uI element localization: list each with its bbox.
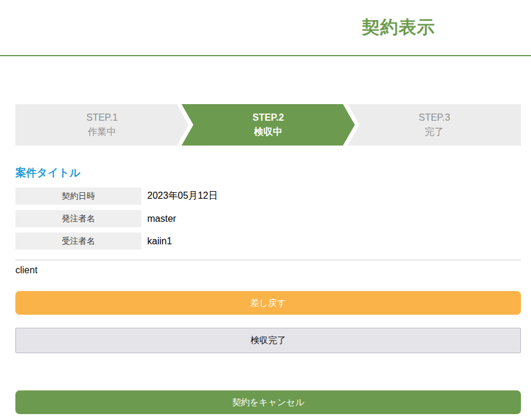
contract-date-row: 契約日時 2023年05月12日 xyxy=(15,188,521,205)
header-divider xyxy=(0,55,531,56)
cancel-contract-button[interactable]: 契約をキャンセル xyxy=(15,390,521,414)
inspection-complete-button[interactable]: 検収完了 xyxy=(15,328,521,353)
step-number: STEP.1 xyxy=(86,111,118,125)
content-divider xyxy=(15,260,521,260)
contract-date-value: 2023年05月12日 xyxy=(147,190,218,202)
step-label: 完了 xyxy=(425,125,444,139)
step-number: STEP.3 xyxy=(419,111,450,125)
main-content: STEP.1 作業中 STEP.2 検収中 STEP.3 完了 案件タイトル 契… xyxy=(0,104,531,414)
page-title: 契約表示 xyxy=(362,15,435,40)
contract-details: 契約日時 2023年05月12日 発注者名 master 受注者名 kaiin1 xyxy=(15,188,521,250)
step-number: STEP.2 xyxy=(252,111,284,125)
header: 契約表示 xyxy=(0,0,531,55)
step-3-complete: STEP.3 完了 xyxy=(348,104,521,146)
contractor-name-value: kaiin1 xyxy=(147,236,172,247)
orderer-name-row: 発注者名 master xyxy=(15,210,521,227)
remand-button[interactable]: 差し戻す xyxy=(15,291,521,315)
step-label: 作業中 xyxy=(88,125,116,139)
step-1-working: STEP.1 作業中 xyxy=(15,104,189,146)
contractor-name-label: 受注者名 xyxy=(15,232,141,250)
orderer-name-value: master xyxy=(147,214,176,224)
orderer-name-label: 発注者名 xyxy=(15,210,141,227)
step-indicator: STEP.1 作業中 STEP.2 検収中 STEP.3 完了 xyxy=(15,104,521,146)
contract-date-label: 契約日時 xyxy=(15,188,141,205)
step-2-inspection: STEP.2 検収中 xyxy=(182,104,355,146)
client-text: client xyxy=(15,265,521,276)
contractor-name-row: 受注者名 kaiin1 xyxy=(15,232,521,250)
project-title: 案件タイトル xyxy=(15,166,521,180)
step-label: 検収中 xyxy=(254,125,283,139)
